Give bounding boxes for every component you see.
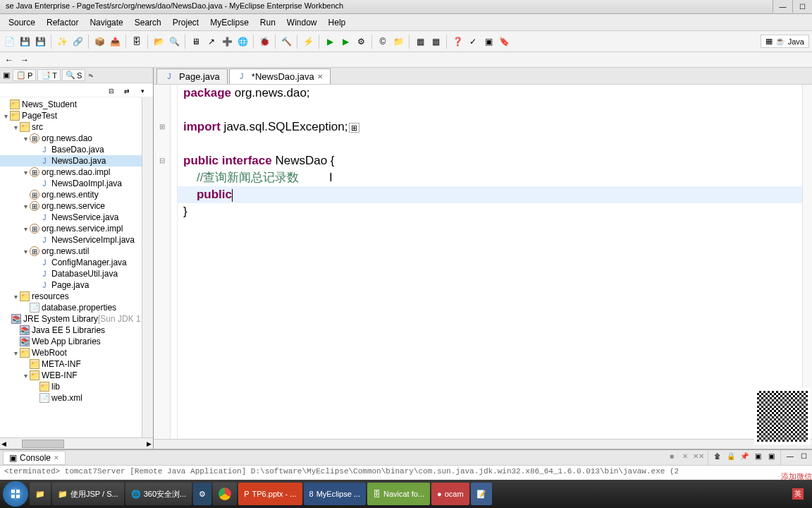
- fold-icon[interactable]: ⊟: [154, 152, 170, 169]
- build-icon[interactable]: 🔨: [280, 35, 293, 48]
- taskbar-jsp[interactable]: 📁使用JSP / S...: [52, 483, 124, 505]
- link-editor-icon[interactable]: ⇄: [121, 85, 133, 97]
- ime-indicator[interactable]: 英: [792, 488, 804, 500]
- tree-item[interactable]: ▾📁src: [0, 121, 142, 133]
- tree-item[interactable]: JNewsServiceImpl.java: [0, 234, 142, 246]
- tree-item[interactable]: JNewsService.java: [0, 212, 142, 223]
- help-icon[interactable]: ❓: [451, 35, 464, 48]
- tree-item[interactable]: JPage.java: [0, 279, 142, 291]
- minimize-view-icon[interactable]: —: [785, 451, 796, 462]
- tree-item[interactable]: JBaseDao.java: [0, 144, 142, 155]
- code-editor[interactable]: ⊞ ⊟ package org.news.dao; import java.sq…: [154, 85, 812, 439]
- toggle-icon[interactable]: ✓: [467, 35, 479, 48]
- open-console-icon[interactable]: ▣: [765, 451, 777, 462]
- menu-project[interactable]: Project: [167, 16, 204, 29]
- tree-item[interactable]: JNewsDao.java: [0, 155, 142, 167]
- run-icon[interactable]: ▶: [324, 35, 336, 48]
- search-tool-icon[interactable]: 🔍: [168, 35, 180, 48]
- console-tab[interactable]: ▣ Console ✕: [3, 451, 66, 465]
- tab-page-java[interactable]: J Page.java: [156, 68, 228, 84]
- taskbar-app1[interactable]: ⚙: [193, 483, 211, 505]
- tree-hscrollbar[interactable]: ◀▶: [0, 437, 153, 449]
- back-icon[interactable]: ←: [3, 54, 16, 66]
- clear-icon[interactable]: 🗑: [712, 451, 723, 462]
- more-tabs-icon[interactable]: »₁: [88, 73, 93, 78]
- tree-item[interactable]: 📁META-INF: [0, 358, 142, 370]
- tree-item[interactable]: ▾📁resources: [0, 291, 142, 302]
- browser-icon[interactable]: 🌐: [236, 35, 249, 48]
- tree-item[interactable]: ▾⊞org.news.util: [0, 246, 142, 257]
- taskbar-notepad[interactable]: 📝: [471, 483, 492, 505]
- tree-item[interactable]: ▾⊞org.news.dao: [0, 133, 142, 144]
- taskbar-navicat[interactable]: 🗄Navicat fo...: [367, 483, 430, 505]
- project-tree[interactable]: 📁News_Student▾📁PageTest▾📁src▾⊞org.news.d…: [0, 97, 142, 437]
- collapse-all-icon[interactable]: ⊟: [105, 85, 118, 97]
- publish-icon[interactable]: ↗: [205, 35, 218, 48]
- remove-icon[interactable]: ✕: [679, 451, 691, 462]
- pin-icon[interactable]: 📌: [739, 451, 750, 462]
- menu-myeclipse[interactable]: MyEclipse: [204, 16, 254, 29]
- run-last-icon[interactable]: ▶: [339, 35, 352, 48]
- add-server-icon[interactable]: ➕: [221, 35, 233, 48]
- maximize-view-icon[interactable]: ☐: [798, 451, 809, 462]
- wizard-icon[interactable]: ✨: [56, 35, 68, 48]
- close-icon[interactable]: ✕: [54, 454, 59, 461]
- tree-item[interactable]: ⊞org.news.entity: [0, 189, 142, 200]
- layout1-icon[interactable]: ▦: [414, 35, 426, 48]
- new-icon[interactable]: 📄: [3, 35, 16, 48]
- editor-hscrollbar[interactable]: [154, 439, 812, 449]
- tree-item[interactable]: ▾⊞org.news.service.impl: [0, 223, 142, 234]
- tree-item[interactable]: JConfigManager.java: [0, 257, 142, 268]
- save-icon[interactable]: 💾: [18, 35, 31, 48]
- close-tab-icon[interactable]: ✕: [317, 73, 323, 80]
- tree-item[interactable]: 📁lib: [0, 381, 142, 392]
- menu-help[interactable]: Help: [323, 16, 352, 29]
- tree-item[interactable]: ▾⊞org.news.service: [0, 200, 142, 212]
- bookmark-icon[interactable]: 🔖: [498, 35, 510, 48]
- generate-icon[interactable]: ⚡: [302, 35, 314, 48]
- menu-navigate[interactable]: Navigate: [84, 16, 128, 29]
- tree-scrollbar[interactable]: [142, 97, 153, 437]
- tree-item[interactable]: ▾📁WebRoot: [0, 347, 142, 358]
- sidebar-tab-t[interactable]: 📑T: [37, 69, 61, 81]
- sidebar-tab-s[interactable]: 🔍S: [62, 69, 85, 81]
- ui-icon[interactable]: ▣: [482, 35, 495, 48]
- package-icon[interactable]: 📦: [93, 35, 106, 48]
- minimize-button[interactable]: —: [773, 0, 792, 13]
- tree-item[interactable]: 📄web.xml: [0, 392, 142, 404]
- scroll-lock-icon[interactable]: 🔒: [725, 451, 737, 462]
- link-icon[interactable]: 🔗: [71, 35, 84, 48]
- new-class-icon[interactable]: ©: [376, 35, 389, 48]
- tab-newsdao-java[interactable]: J *NewsDao.java ✕: [229, 68, 331, 84]
- menu-run[interactable]: Run: [254, 16, 281, 29]
- menu-refactor[interactable]: Refactor: [41, 16, 84, 29]
- external-icon[interactable]: ⚙: [355, 35, 367, 48]
- taskbar-ppt[interactable]: P TP6.pptx - ...: [238, 483, 302, 505]
- view-menu-icon[interactable]: ▾: [136, 85, 149, 97]
- menu-source[interactable]: Source: [3, 16, 41, 29]
- sidebar-tab-p[interactable]: 📋P: [13, 69, 36, 81]
- perspective-switcher[interactable]: ▦ ☕ Java: [761, 35, 809, 48]
- db-icon[interactable]: 🗄: [130, 35, 143, 48]
- save-all-icon[interactable]: 💾: [34, 35, 47, 48]
- tree-item[interactable]: ▾📁PageTest: [0, 110, 142, 121]
- system-tray[interactable]: 英: [787, 488, 809, 500]
- menu-window[interactable]: Window: [281, 16, 323, 29]
- tree-item[interactable]: ▾📁WEB-INF: [0, 370, 142, 381]
- debug-icon[interactable]: 🐞: [258, 35, 271, 48]
- overview-ruler[interactable]: [802, 85, 812, 439]
- taskbar-360browser[interactable]: 🌐360安全浏...: [125, 483, 192, 505]
- start-button[interactable]: [3, 481, 28, 507]
- tree-item[interactable]: 📚JRE System Library [Sun JDK 1.6: [0, 313, 142, 325]
- tree-item[interactable]: ▾⊞org.news.dao.impl: [0, 167, 142, 178]
- layout2-icon[interactable]: ▦: [429, 35, 442, 48]
- deploy-icon[interactable]: 📤: [109, 35, 121, 48]
- fold-icon[interactable]: ⊞: [154, 119, 170, 135]
- tree-item[interactable]: 📚Java EE 5 Libraries: [0, 325, 142, 336]
- new-pkg-icon[interactable]: 📁: [392, 35, 405, 48]
- forward-icon[interactable]: →: [18, 54, 31, 66]
- code-text[interactable]: package org.news.dao; import java.sql.SQ…: [178, 85, 802, 439]
- server-icon[interactable]: 🖥: [190, 35, 202, 48]
- taskbar-explorer[interactable]: 📁: [30, 483, 51, 505]
- tree-item[interactable]: 📄database.properties: [0, 302, 142, 313]
